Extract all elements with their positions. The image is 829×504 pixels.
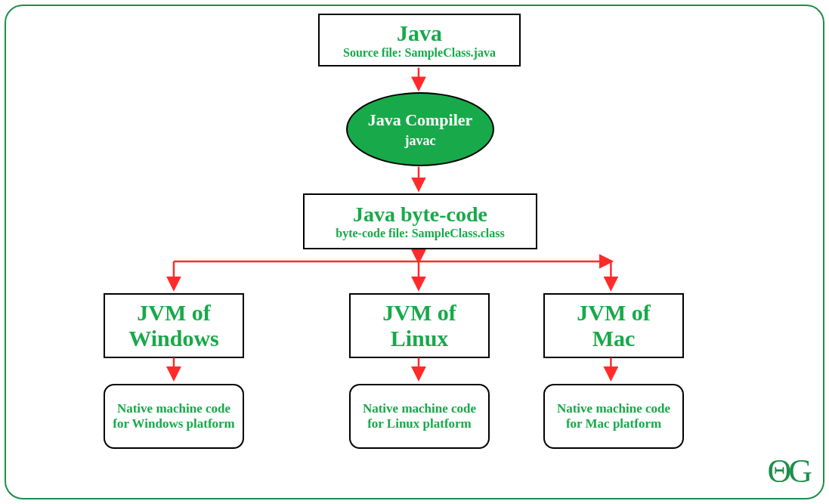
bytecode-title: Java byte-code <box>353 203 487 227</box>
jvm-mac-box: JVM of Mac <box>543 293 684 358</box>
compiler-title: Java Compiler <box>368 110 473 130</box>
jvm-linux-box: JVM of Linux <box>349 293 490 358</box>
native-linux-text: Native machine code for Linux platform <box>358 401 481 431</box>
bytecode-box: Java byte-code byte-code file: SampleCla… <box>303 193 537 249</box>
java-source-box: Java Source file: SampleClass.java <box>318 14 521 66</box>
jvm-windows-l1: JVM of <box>137 300 210 326</box>
diagram-frame: Java Source file: SampleClass.java Java … <box>5 5 824 499</box>
watermark-logo: ΘG <box>767 452 809 490</box>
jvm-mac-l2: Mac <box>592 326 636 352</box>
native-mac-text: Native machine code for Mac platform <box>552 401 675 431</box>
jvm-windows-box: JVM of Windows <box>104 293 244 358</box>
native-windows-box: Native machine code for Windows platform <box>104 384 244 449</box>
jvm-linux-l1: JVM of <box>382 300 456 326</box>
java-compiler-ellipse: Java Compiler javac <box>346 92 494 166</box>
jvm-mac-l1: JVM of <box>577 300 650 326</box>
java-source-subtitle: Source file: SampleClass.java <box>343 46 496 60</box>
java-source-title: Java <box>397 20 442 47</box>
jvm-windows-l2: Windows <box>128 326 219 352</box>
native-linux-box: Native machine code for Linux platform <box>349 384 490 449</box>
native-windows-text: Native machine code for Windows platform <box>113 401 235 431</box>
jvm-linux-l2: Linux <box>391 326 449 352</box>
native-mac-box: Native machine code for Mac platform <box>543 384 684 449</box>
bytecode-subtitle: byte-code file: SampleClass.class <box>336 227 505 240</box>
compiler-subtitle: javac <box>405 133 436 149</box>
